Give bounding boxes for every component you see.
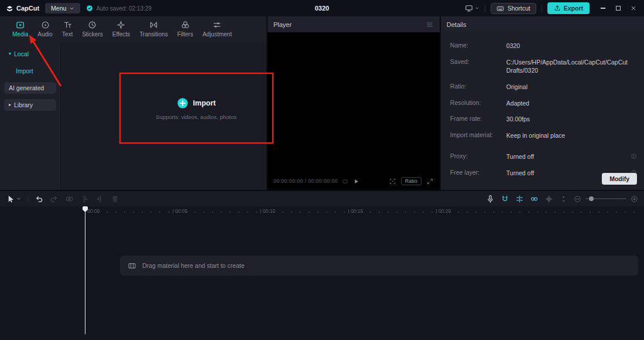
tab-label: Effects [112,31,130,38]
field-label: Import material: [450,131,503,138]
export-icon [554,5,561,12]
auto-snap-icon[interactable] [515,195,524,203]
delete-right-icon[interactable] [95,195,104,203]
autosave-sync-icon [86,5,93,12]
timecode: 00:00:00:00 / 00:00:00:00 [273,178,338,184]
focus-icon[interactable] [389,178,396,185]
fullscreen-icon[interactable] [426,178,434,185]
tab-adjustment[interactable]: Adjustment [198,21,236,38]
detail-row-resolution: Resolution: Adapted [450,99,637,108]
field-label: Free layer: [450,169,503,176]
main-track-magnet-icon[interactable] [501,195,509,203]
ratio-button[interactable]: Ratio [401,177,422,185]
delete-left-icon[interactable] [80,195,89,203]
detail-row-name: Name: 0320 [450,42,637,50]
shortcut-button-label: Shortcut [508,5,530,12]
chevron-down-icon [475,6,479,11]
field-label: Saved: [450,58,503,65]
import-subtitle: Supports: videos, audios, photos [156,114,237,120]
player-header: Player [268,16,440,32]
tab-media[interactable]: Media [8,21,32,38]
empty-track-hint[interactable]: Drag material here and start to create [120,256,638,276]
preview-axis-icon[interactable] [544,195,553,203]
field-label: Resolution: [450,99,503,106]
media-icon [16,21,25,29]
import-plus-icon [177,97,189,109]
tab-stickers[interactable]: Stickers [78,21,107,38]
playhead[interactable] [83,206,88,334]
sidebar-item-label: Local [14,50,29,57]
tab-effects[interactable]: Effects [108,21,134,38]
details-title: Details [447,21,467,28]
tab-filters[interactable]: Filters [173,21,197,38]
zoom-out-icon[interactable] [574,195,581,203]
field-value: Keep in original place [506,131,628,140]
tab-text[interactable]: Text [58,21,77,38]
minimize-icon [601,8,605,9]
field-value: 0320 [506,42,628,50]
detail-row-proxy: Proxy: Turned off [450,152,637,161]
effects-icon [117,21,125,29]
select-tool-button[interactable] [6,195,21,203]
maximize-button[interactable] [611,2,625,15]
details-fields: Name: 0320 Saved: C:/Users/HP/AppData/Lo… [441,32,644,177]
sidebar-item-library[interactable]: ▸ Library [4,99,56,111]
record-voiceover-icon[interactable] [486,195,495,203]
ruler-mark: 00:15 [348,208,363,214]
transitions-icon [149,21,158,29]
media-tabs: Media Audio Text Stickers Effects Transi… [0,16,266,42]
shortcut-button[interactable]: Shortcut [491,3,536,14]
detail-row-saved: Saved: C:/Users/HP/AppData/Local/CapCut/… [450,58,637,75]
sidebar-item-import[interactable]: Import [4,65,56,77]
track-height-icon[interactable] [559,195,568,203]
chevron-down-icon [16,196,21,201]
import-title: Import [193,99,216,107]
media-content: Import Supports: videos, audios, photos [61,42,266,190]
tab-audio[interactable]: Audio [33,21,57,38]
autosave-status: Auto saved: 02:13:29 [86,5,152,12]
playhead-handle[interactable] [83,206,88,212]
field-value: Turned off [506,152,628,161]
titlebar: CapCut Menu Auto saved: 02:13:29 0320 Sh… [0,0,644,16]
sidebar-item-local[interactable]: ▾ Local [4,48,56,60]
menu-button[interactable]: Menu [45,3,80,13]
export-button[interactable]: Export [547,2,590,14]
player-controls: 00:00:00:00 / 00:00:00:00 Ratio [268,172,440,190]
info-icon[interactable] [631,153,637,159]
sidebar-item-label: Import [16,67,33,74]
undo-icon[interactable] [35,195,43,203]
details-panel: Details Name: 0320 Saved: C:/Users/HP/Ap… [441,16,644,190]
zoom-in-icon[interactable] [631,195,638,203]
delete-icon[interactable] [111,195,119,203]
split-icon[interactable] [65,195,74,203]
player-menu-icon[interactable] [426,21,434,29]
field-value: C:/Users/HP/AppData/Local/CapCut/CapCut … [506,58,628,75]
zoom-slider[interactable] [585,198,626,199]
caret-down-icon: ▾ [9,52,11,56]
sidebar-item-label: AI generated [9,84,44,91]
detail-row-frame-rate: Frame rate: 30.00fps [450,115,637,124]
import-dropzone[interactable]: Import Supports: videos, audios, photos [119,74,273,142]
ruler-minor-ticks [89,212,639,213]
display-mode-button[interactable] [465,4,479,12]
empty-track-hint-text: Drag material here and start to create [142,262,245,269]
linked-clips-icon[interactable] [530,195,539,203]
minimize-button[interactable] [596,2,610,15]
close-icon [631,5,636,11]
close-button[interactable] [626,2,640,15]
field-value: 30.00fps [506,115,628,124]
frame-step-icon[interactable] [342,178,348,185]
divider [485,5,485,12]
capcut-logo-icon [6,5,13,12]
timeline-ruler[interactable]: 00:00 00:05 00:10 00:15 00:20 [0,206,644,217]
sidebar-item-ai-generated[interactable]: AI generated [4,82,56,94]
tab-transitions[interactable]: Transitions [135,21,172,38]
modify-button[interactable]: Modify [602,173,637,185]
media-panel: Media Audio Text Stickers Effects Transi… [0,16,266,190]
zoom-slider-knob[interactable] [589,196,594,201]
player-panel: Player 00:00:00:00 / 00:00:00:00 Ratio [268,16,440,190]
play-icon[interactable] [352,178,360,185]
app-logo-text: CapCut [16,5,39,12]
media-sidebar: ▾ Local Import AI generated ▸ Library [0,42,61,190]
redo-icon[interactable] [50,195,59,203]
